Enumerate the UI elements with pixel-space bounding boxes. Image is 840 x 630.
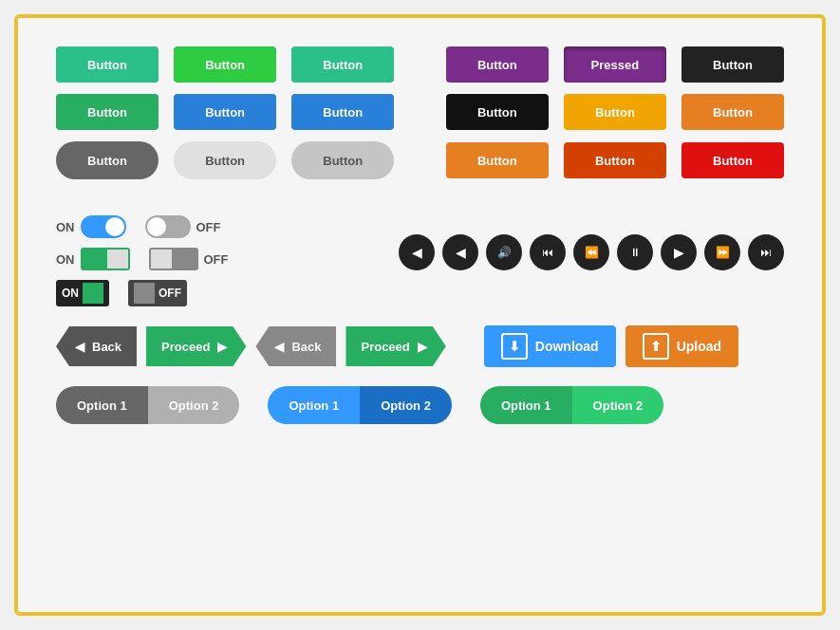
btn-pill-mid[interactable]: Button — [291, 141, 394, 179]
option-1-gray[interactable]: Option 1 — [56, 386, 148, 424]
toggle-off-label: OFF — [196, 220, 221, 234]
proceed-label-1: Proceed — [161, 340, 210, 354]
btn-purple-flat-1[interactable]: Button — [446, 46, 549, 83]
toggle-sq-thumb-off — [151, 250, 172, 269]
media-btn-prev[interactable]: ◀ — [442, 234, 478, 270]
proceed-arrow-1: ▶ — [217, 340, 227, 354]
button-row-2: Button Button Button Button Button Butto… — [56, 94, 784, 130]
middle-section: ON OFF ON — [56, 198, 784, 306]
toggle-dark-off-label: OFF — [159, 287, 181, 300]
btn-orange-flat[interactable]: Button — [681, 94, 784, 130]
download-button[interactable]: ⬇ Download — [484, 325, 616, 367]
option-group-blue: Option 1 Option 2 — [268, 386, 451, 424]
toggles-section: ON OFF ON — [56, 215, 229, 306]
option-1-green[interactable]: Option 1 — [480, 386, 572, 424]
option-group-green: Option 1 Option 2 — [480, 386, 663, 424]
option-2-blue[interactable]: Option 2 — [360, 386, 452, 424]
toggle-dark-on-label: ON — [62, 287, 79, 300]
toggle-pill-on[interactable]: ON — [56, 215, 126, 238]
toggle-sq-track-on[interactable] — [81, 248, 130, 270]
download-icon: ⬇ — [509, 339, 520, 354]
toggle-row-1: ON OFF — [56, 215, 229, 238]
toggle-dark-off[interactable]: OFF — [128, 280, 187, 306]
nav-group-1: ◀ Back — [56, 326, 137, 366]
btn-orange2-flat[interactable]: Button — [446, 142, 549, 178]
btn-blue-flat-1[interactable]: Button — [174, 94, 276, 130]
back-arrow-gray: ◀ — [274, 340, 284, 354]
toggle-dark-thumb-on — [83, 283, 103, 304]
option-group-gray: Option 1 Option 2 — [56, 386, 239, 424]
nav-row: ◀ Back Proceed ▶ ◀ Back Proceed ▶ — [56, 325, 784, 367]
upload-icon: ⬆ — [650, 339, 662, 354]
button-row-3: Button Button Button Button Button Butto… — [56, 141, 784, 179]
btn-teal-flat-1[interactable]: Button — [56, 46, 159, 83]
toggle-sq-on-label: ON — [56, 252, 75, 267]
btn-black-flat-1[interactable]: Button — [681, 46, 784, 83]
nav-group-2: ◀ Back — [255, 326, 336, 366]
btn-teal-flat-2[interactable]: Button — [291, 46, 394, 83]
toggle-dark-on[interactable]: ON — [56, 280, 109, 306]
media-btn-fast-back[interactable]: ⏪ — [573, 234, 609, 270]
toggle-sq-off-label: OFF — [204, 252, 229, 267]
back-label-dark: Back — [92, 340, 121, 354]
toggle-row-3: ON OFF — [56, 280, 229, 306]
option-2-green[interactable]: Option 2 — [572, 386, 664, 424]
media-btn-fast-fwd[interactable]: ⏩ — [704, 234, 740, 270]
back-button-dark[interactable]: ◀ Back — [56, 326, 137, 366]
toggle-row-2: ON OFF — [56, 248, 229, 270]
toggle-pill-off[interactable]: OFF — [145, 215, 221, 238]
media-btn-play[interactable]: ▶ — [661, 234, 697, 270]
back-button-gray[interactable]: ◀ Back — [255, 326, 336, 366]
proceed-button-1[interactable]: Proceed ▶ — [146, 326, 246, 366]
media-btn-pause[interactable]: ⏸ — [617, 234, 653, 270]
btn-green-flat-1[interactable]: Button — [174, 46, 276, 83]
btn-yellow-flat[interactable]: Button — [564, 94, 666, 130]
toggle-pill-track-off[interactable] — [145, 215, 191, 238]
btn-pill-light[interactable]: Button — [174, 141, 276, 179]
option-1-blue[interactable]: Option 1 — [268, 386, 360, 424]
media-btn-skip-fwd[interactable]: ⏭ — [748, 234, 784, 270]
options-row: Option 1 Option 2 Option 1 Option 2 Opti… — [56, 386, 784, 424]
option-2-gray[interactable]: Option 2 — [148, 386, 240, 424]
btn-green2-flat[interactable]: Button — [56, 94, 159, 130]
toggle-pill-thumb-off — [147, 217, 166, 236]
toggle-dark-thumb-off — [134, 283, 155, 304]
proceed-label-2: Proceed — [361, 340, 409, 354]
toggle-sq-off[interactable]: OFF — [149, 248, 229, 270]
toggle-pill-thumb-on — [105, 217, 124, 236]
media-btn-skip-back[interactable]: ⏮ — [530, 234, 566, 270]
nav-group-proceed-2: Proceed ▶ — [345, 326, 445, 366]
toggle-sq-on[interactable]: ON — [56, 248, 130, 270]
btn-purple-pressed[interactable]: Pressed — [564, 46, 666, 83]
upload-label: Upload — [677, 339, 721, 354]
back-arrow-dark: ◀ — [75, 340, 84, 354]
toggle-pill-track-on[interactable] — [81, 215, 126, 238]
download-icon-box: ⬇ — [501, 333, 528, 360]
media-controls: ◀ ◀ 🔊 ⏮ ⏪ ⏸ ▶ ⏩ ⏭ — [399, 234, 784, 270]
media-btn-rewind[interactable]: ◀ — [399, 234, 435, 270]
btn-pill-dark[interactable]: Button — [56, 141, 159, 179]
btn-red-orange-flat[interactable]: Button — [564, 142, 666, 178]
nav-group-proceed-1: Proceed ▶ — [146, 326, 246, 366]
proceed-arrow-2: ▶ — [418, 340, 427, 354]
download-label: Download — [535, 339, 599, 354]
upload-icon-box: ⬆ — [643, 333, 669, 360]
main-container: Button Button Button Button Pressed Butt… — [14, 14, 826, 616]
btn-blue-flat-2[interactable]: Button — [291, 94, 394, 130]
proceed-button-2[interactable]: Proceed ▶ — [345, 326, 445, 366]
button-row-1: Button Button Button Button Pressed Butt… — [56, 46, 784, 83]
btn-black2-flat[interactable]: Button — [446, 94, 549, 130]
back-label-gray: Back — [291, 340, 321, 354]
toggle-sq-track-off[interactable] — [149, 248, 198, 270]
toggle-on-label: ON — [56, 220, 75, 234]
upload-button[interactable]: ⬆ Upload — [625, 325, 738, 367]
btn-red-flat[interactable]: Button — [681, 142, 784, 178]
toggle-sq-thumb-on — [107, 250, 128, 269]
media-btn-volume[interactable]: 🔊 — [486, 234, 522, 270]
